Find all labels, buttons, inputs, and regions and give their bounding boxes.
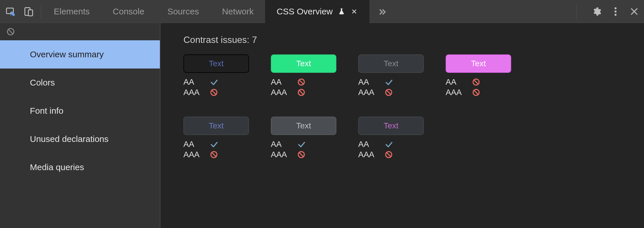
tab-css-overview-label: CSS Overview bbox=[277, 7, 333, 16]
criterion-row-aa: AA bbox=[183, 140, 249, 149]
swatch-text: Text bbox=[471, 59, 486, 68]
criterion-row-aa: AA bbox=[358, 140, 424, 149]
contrast-swatch[interactable]: TextAAAAA bbox=[271, 117, 336, 159]
criterion-label: AA bbox=[183, 77, 204, 87]
check-icon bbox=[385, 78, 393, 86]
divider bbox=[576, 4, 577, 19]
gear-icon[interactable] bbox=[592, 7, 601, 16]
sidebar-item-colors[interactable]: Colors bbox=[0, 69, 160, 97]
tab-network[interactable]: Network bbox=[210, 0, 265, 23]
swatch-text: Text bbox=[209, 121, 223, 130]
css-overview-main: Contrast issues: 7 TextAAAAATextAAAAATex… bbox=[160, 23, 644, 228]
ban-icon bbox=[297, 88, 305, 96]
more-tabs-icon[interactable] bbox=[369, 7, 394, 16]
close-devtools-icon[interactable] bbox=[630, 7, 639, 16]
sidebar-item-font-info[interactable]: Font info bbox=[0, 97, 160, 125]
sidebar-item-unused-declarations[interactable]: Unused declarations bbox=[0, 125, 160, 153]
device-toggle-icon[interactable] bbox=[24, 6, 34, 17]
criterion-row-aa: AA bbox=[358, 77, 424, 87]
swatch-preview: Text bbox=[271, 117, 336, 135]
criterion-label: AAA bbox=[446, 88, 466, 97]
close-icon[interactable] bbox=[350, 8, 358, 15]
swatch-criteria: AAAAA bbox=[446, 77, 511, 97]
sidebar-item-media-queries[interactable]: Media queries bbox=[0, 153, 160, 181]
swatch-text: Text bbox=[209, 59, 223, 68]
criterion-label: AA bbox=[358, 140, 379, 149]
criterion-row-aa: AA bbox=[183, 77, 249, 87]
contrast-swatch[interactable]: TextAAAAA bbox=[183, 117, 249, 159]
swatch-preview: Text bbox=[446, 54, 511, 73]
criterion-row-aaa: AAA bbox=[358, 150, 424, 159]
swatch-preview: Text bbox=[183, 117, 249, 135]
svg-point-4 bbox=[614, 10, 616, 12]
inspect-icon[interactable] bbox=[5, 6, 16, 17]
criterion-row-aaa: AAA bbox=[358, 88, 424, 97]
contrast-swatch[interactable]: TextAAAAA bbox=[446, 54, 511, 97]
ban-icon bbox=[385, 88, 393, 96]
criterion-label: AAA bbox=[358, 150, 379, 159]
ban-icon bbox=[210, 88, 218, 96]
criterion-row-aaa: AAA bbox=[271, 150, 336, 159]
criterion-row-aaa: AAA bbox=[183, 150, 249, 159]
swatch-text: Text bbox=[296, 121, 311, 130]
contrast-swatch[interactable]: TextAAAAA bbox=[358, 117, 424, 159]
svg-point-5 bbox=[614, 14, 616, 16]
criterion-row-aa: AA bbox=[446, 77, 511, 87]
tab-elements[interactable]: Elements bbox=[42, 0, 101, 23]
criterion-row-aa: AA bbox=[271, 140, 336, 149]
swatch-text: Text bbox=[384, 59, 398, 68]
contrast-swatch[interactable]: TextAAAAA bbox=[271, 54, 336, 97]
kebab-icon[interactable] bbox=[614, 7, 617, 16]
criterion-label: AAA bbox=[358, 88, 379, 97]
check-icon bbox=[210, 140, 218, 149]
swatch-text: Text bbox=[296, 59, 311, 68]
contrast-swatch-grid: TextAAAAATextAAAAATextAAAAATextAAAAAText… bbox=[183, 54, 557, 159]
swatch-preview: Text bbox=[271, 54, 336, 73]
criterion-row-aa: AA bbox=[271, 77, 336, 87]
svg-point-3 bbox=[614, 7, 616, 9]
contrast-swatch[interactable]: TextAAAAA bbox=[183, 54, 249, 97]
swatch-preview: Text bbox=[358, 117, 424, 135]
css-overview-sidebar: Overview summary Colors Font info Unused… bbox=[0, 23, 160, 228]
swatch-preview: Text bbox=[358, 54, 424, 73]
svg-rect-2 bbox=[28, 10, 33, 16]
ban-icon bbox=[472, 88, 480, 96]
ban-icon bbox=[210, 151, 218, 159]
criterion-row-aaa: AAA bbox=[271, 88, 336, 97]
criterion-label: AAA bbox=[271, 150, 292, 159]
criterion-label: AAA bbox=[271, 88, 292, 97]
devtools-tabstrip: Elements Console Sources Network CSS Ove… bbox=[0, 0, 644, 23]
sidebar-item-overview-summary[interactable]: Overview summary bbox=[0, 40, 160, 69]
check-icon bbox=[210, 78, 218, 86]
ban-icon bbox=[297, 78, 305, 86]
tab-console[interactable]: Console bbox=[101, 0, 156, 23]
criterion-row-aaa: AAA bbox=[446, 88, 511, 97]
ban-icon bbox=[297, 151, 305, 159]
criterion-row-aaa: AAA bbox=[183, 88, 249, 97]
contrast-swatch[interactable]: TextAAAAA bbox=[358, 54, 424, 97]
swatch-criteria: AAAAA bbox=[183, 140, 249, 159]
ban-icon bbox=[385, 151, 393, 159]
flask-icon bbox=[338, 8, 345, 15]
swatch-criteria: AAAAA bbox=[271, 77, 336, 97]
criterion-label: AA bbox=[446, 77, 466, 87]
criterion-label: AA bbox=[358, 77, 379, 87]
swatch-criteria: AAAAA bbox=[271, 140, 336, 159]
tab-sources[interactable]: Sources bbox=[156, 0, 210, 23]
check-icon bbox=[385, 140, 393, 149]
swatch-text: Text bbox=[384, 121, 398, 130]
tabstrip-left-icons bbox=[5, 4, 41, 19]
contrast-issues-heading: Contrast issues: 7 bbox=[183, 35, 621, 45]
criterion-label: AAA bbox=[183, 150, 204, 159]
tab-css-overview[interactable]: CSS Overview bbox=[265, 0, 369, 23]
check-icon bbox=[297, 140, 306, 149]
swatch-criteria: AAAAA bbox=[183, 77, 249, 97]
ban-icon[interactable] bbox=[6, 27, 15, 36]
swatch-preview: Text bbox=[183, 54, 249, 73]
criterion-label: AA bbox=[183, 140, 204, 149]
swatch-criteria: AAAAA bbox=[358, 77, 424, 97]
tabstrip-right-icons bbox=[571, 4, 639, 19]
criterion-label: AA bbox=[271, 77, 292, 87]
ban-icon bbox=[472, 78, 480, 86]
criterion-label: AA bbox=[271, 140, 292, 149]
